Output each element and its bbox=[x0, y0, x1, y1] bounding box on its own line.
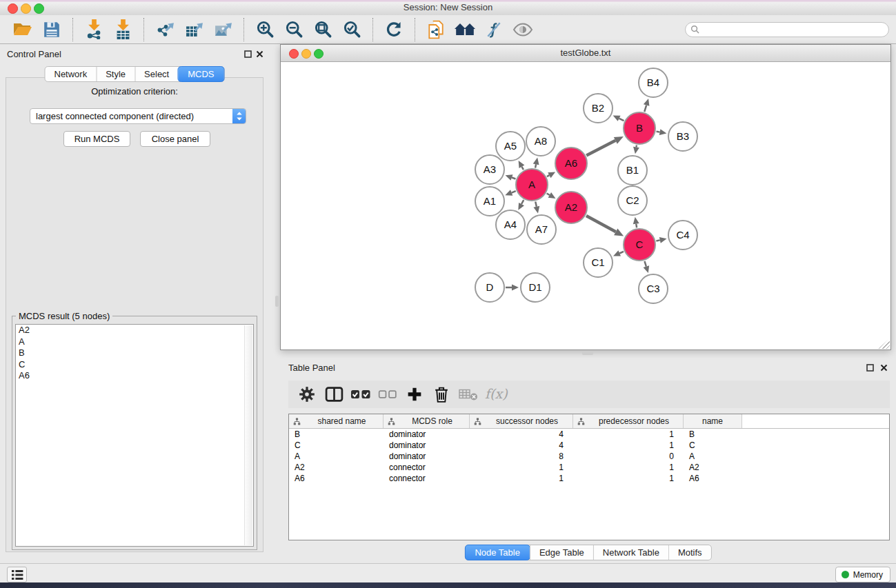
criterion-dropdown[interactable]: largest connected component (directed) bbox=[30, 108, 246, 124]
edge-A6-B[interactable] bbox=[586, 141, 615, 156]
edge-A-A8[interactable] bbox=[535, 164, 536, 168]
table-row[interactable]: Adominator80A bbox=[289, 451, 889, 462]
desktop-background-strip bbox=[0, 582, 896, 588]
zoom-in-icon[interactable] bbox=[252, 17, 278, 42]
run-mcds-button[interactable]: Run MCDS bbox=[63, 131, 130, 147]
table-row[interactable]: Bdominator41B bbox=[289, 429, 889, 440]
network-graph-canvas[interactable]: B4B2BB3A5A8A6A3AB1A1C2A2A4A7C4CC1C3DD1 bbox=[281, 61, 890, 349]
desktop-horizontal-scrollbar-thumb[interactable] bbox=[582, 352, 593, 355]
import-table-icon[interactable] bbox=[110, 17, 136, 42]
search-input[interactable] bbox=[702, 24, 888, 35]
zoom-selected-icon[interactable] bbox=[339, 17, 365, 42]
node-label-C2: C2 bbox=[626, 194, 639, 206]
node-label-A2: A2 bbox=[565, 201, 577, 213]
column-header-successor-nodes[interactable]: successor nodes bbox=[470, 414, 573, 428]
cell-name: A bbox=[684, 452, 742, 461]
gear-icon[interactable] bbox=[295, 383, 319, 406]
memory-label: Memory bbox=[853, 570, 883, 580]
unselect-all-icon[interactable] bbox=[376, 383, 399, 406]
trash-icon[interactable] bbox=[430, 383, 453, 406]
desktop-vertical-scrollbar-thumb[interactable] bbox=[275, 296, 279, 307]
control-panel-float-icon[interactable] bbox=[243, 50, 252, 58]
save-icon[interactable] bbox=[39, 17, 65, 42]
table-row[interactable]: A2connector11A2 bbox=[289, 462, 889, 473]
edge-A-A7[interactable] bbox=[535, 201, 537, 206]
table-panel-float-icon[interactable] bbox=[866, 363, 874, 372]
column-header-predecessor-nodes[interactable]: predecessor nodes bbox=[573, 414, 684, 428]
slashed-f-icon[interactable] bbox=[481, 17, 507, 42]
table-panel-close-icon[interactable] bbox=[879, 363, 888, 372]
edge-A-A1[interactable] bbox=[512, 191, 516, 192]
tab-mcds[interactable]: MCDS bbox=[177, 66, 224, 82]
tab-node-table[interactable]: Node Table bbox=[464, 545, 530, 560]
column-header-name[interactable]: name bbox=[684, 414, 742, 428]
export-table-icon[interactable] bbox=[181, 17, 207, 42]
mcds-tab-content: Optimization criterion: largest connecte… bbox=[6, 77, 263, 552]
clone-network-icon[interactable] bbox=[423, 17, 449, 42]
edge-C-C1[interactable] bbox=[619, 252, 624, 254]
tab-network-table[interactable]: Network Table bbox=[593, 545, 668, 560]
node-table: shared nameMCDS rolesuccessor nodesprede… bbox=[288, 414, 890, 540]
session-titlebar: Session: New Session bbox=[0, 0, 896, 16]
cell-name: B bbox=[684, 429, 742, 439]
close-panel-button[interactable]: Close panel bbox=[140, 131, 210, 147]
edge-A2-C[interactable] bbox=[586, 216, 616, 232]
export-network-icon[interactable] bbox=[152, 17, 178, 42]
tab-motifs[interactable]: Motifs bbox=[668, 545, 711, 560]
result-list-scrollbar[interactable] bbox=[244, 325, 252, 545]
zoom-fit-icon[interactable] bbox=[310, 17, 336, 42]
tab-style[interactable]: Style bbox=[96, 67, 135, 81]
result-item-b[interactable]: B bbox=[16, 347, 253, 359]
cell-mcds-role: connector bbox=[384, 463, 470, 472]
edge-A-A3[interactable] bbox=[512, 178, 515, 179]
tab-network[interactable]: Network bbox=[45, 67, 96, 81]
zoom-out-icon[interactable] bbox=[281, 17, 307, 42]
add-icon[interactable] bbox=[403, 383, 426, 406]
edge-C-C3[interactable] bbox=[644, 261, 646, 267]
mcds-result-list[interactable]: A2ABCA6 bbox=[15, 324, 254, 547]
column-header-label: successor nodes bbox=[481, 416, 573, 426]
refresh-icon[interactable] bbox=[381, 17, 407, 42]
edge-C-C2[interactable] bbox=[636, 224, 637, 228]
control-panel-title: Control Panel bbox=[7, 49, 61, 59]
home-icon[interactable] bbox=[452, 17, 478, 42]
tab-edge-table[interactable]: Edge Table bbox=[530, 545, 593, 560]
tab-select[interactable]: Select bbox=[135, 67, 178, 81]
search-box[interactable] bbox=[685, 22, 889, 37]
result-item-c[interactable]: C bbox=[16, 359, 253, 371]
toolbar-separator bbox=[72, 18, 73, 41]
column-header-mcds-role[interactable]: MCDS role bbox=[384, 414, 470, 428]
node-label-B1: B1 bbox=[626, 164, 639, 176]
cell-name: A2 bbox=[684, 463, 742, 472]
node-table-body: Bdominator41BCdominator41CAdominator80AA… bbox=[289, 429, 889, 484]
open-folder-icon[interactable] bbox=[10, 17, 36, 42]
task-history-button[interactable] bbox=[7, 567, 27, 582]
edge-A-A2[interactable] bbox=[547, 194, 550, 195]
select-all-icon[interactable] bbox=[349, 383, 372, 406]
cell-predecessor-nodes: 1 bbox=[573, 463, 684, 472]
edge-B-B4[interactable] bbox=[644, 105, 646, 112]
columns-icon[interactable] bbox=[322, 383, 346, 406]
network-window-titlebar[interactable]: testGlobe.txt bbox=[281, 45, 890, 62]
export-image-icon[interactable] bbox=[210, 17, 236, 42]
column-header-icon bbox=[474, 418, 481, 425]
edge-A-A6[interactable] bbox=[547, 175, 549, 176]
edge-B-B2[interactable] bbox=[619, 119, 624, 121]
table-row[interactable]: A6connector11A6 bbox=[289, 473, 889, 484]
table-row[interactable]: Cdominator41C bbox=[289, 440, 889, 451]
eye-icon[interactable] bbox=[510, 17, 536, 42]
edge-A-A4[interactable] bbox=[521, 200, 524, 204]
result-item-a6[interactable]: A6 bbox=[16, 370, 253, 382]
result-item-a[interactable]: A bbox=[16, 336, 253, 348]
status-bar: Memory bbox=[0, 563, 896, 582]
control-panel-close-icon[interactable] bbox=[255, 50, 263, 58]
arrowhead-B-B3 bbox=[659, 129, 667, 135]
edge-C-C4[interactable] bbox=[656, 240, 659, 241]
memory-button[interactable]: Memory bbox=[835, 567, 890, 582]
edge-B-B3[interactable] bbox=[657, 132, 660, 132]
column-header-shared-name[interactable]: shared name bbox=[289, 414, 384, 428]
result-item-a2[interactable]: A2 bbox=[16, 325, 253, 336]
node-label-A8: A8 bbox=[535, 135, 547, 147]
import-network-icon[interactable] bbox=[81, 17, 107, 42]
edge-A-A5[interactable] bbox=[521, 167, 523, 170]
